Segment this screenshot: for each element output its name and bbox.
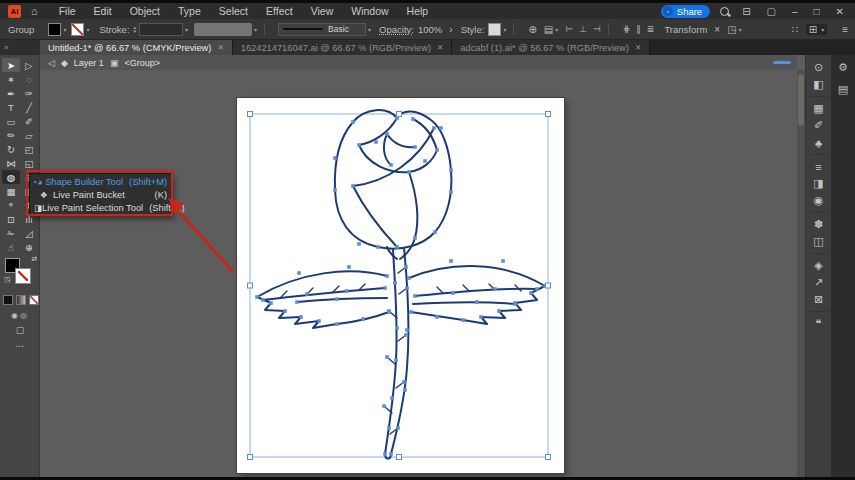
direct-selection-tool[interactable]: ▷ [20, 58, 38, 72]
eraser-tool[interactable]: ◿ [20, 226, 38, 240]
artboards-icon[interactable]: ◨ [810, 175, 828, 192]
mesh-tool[interactable]: ▦ [2, 184, 20, 198]
rectangle-tool[interactable]: ▭ [2, 114, 20, 128]
anchor-point[interactable] [351, 184, 355, 188]
anchor-point[interactable] [351, 120, 355, 124]
anchor-point[interactable] [394, 358, 398, 362]
anchor-point[interactable] [501, 259, 505, 263]
curvature-tool[interactable]: ✑ [20, 86, 38, 100]
anchor-point[interactable] [404, 333, 408, 337]
layers-icon[interactable]: ◈ [810, 257, 828, 274]
anchor-point[interactable] [413, 294, 417, 298]
anchor-point[interactable] [497, 309, 501, 313]
stroke-color-swatch[interactable] [71, 23, 84, 36]
isolate-selection-icon[interactable]: ◳ [727, 24, 736, 35]
zoom-tool[interactable]: ⊕ [20, 240, 38, 254]
default-fill-stroke-icon[interactable]: ◳ [4, 276, 11, 284]
anchor-point[interactable] [382, 404, 386, 408]
rotate-tool[interactable]: ↻ [2, 142, 20, 156]
align-icon-2[interactable]: ⊥ [579, 24, 587, 34]
home-icon[interactable]: ⌂ [31, 5, 38, 17]
isolate-dropdown-icon[interactable]: ▾ [739, 26, 742, 33]
bounding-box-icon[interactable]: × [714, 24, 720, 35]
asset-export-icon[interactable]: ⊠ [810, 291, 828, 308]
anchor-point[interactable] [389, 452, 393, 456]
symbols-icon[interactable]: ♣ [810, 134, 828, 151]
scrollbar-thumb[interactable] [798, 74, 804, 126]
stroke-weight-dropdown-icon[interactable]: ▾ [185, 26, 188, 33]
distribute-icon-1[interactable]: ⋕ [623, 24, 631, 34]
appearance-icon[interactable]: ⊙ [810, 59, 828, 76]
anchor-point[interactable] [493, 287, 497, 291]
tab-close-icon[interactable]: ✕ [437, 43, 443, 52]
graphic-styles-icon[interactable]: ◧ [810, 76, 828, 93]
anchor-point[interactable] [347, 265, 351, 269]
menu-select[interactable]: Select [210, 3, 257, 19]
anchor-point[interactable] [409, 310, 413, 314]
stroke-weight-label[interactable]: Stroke: [99, 24, 129, 35]
pathfinder-icon[interactable]: ◫ [810, 233, 828, 250]
width-tool[interactable]: ⋈ [2, 156, 20, 170]
anchor-point[interactable] [449, 168, 453, 172]
artboard-tool[interactable]: ⊡ [2, 212, 20, 226]
bounding-box-handle[interactable] [546, 455, 551, 460]
draw-modes-button[interactable]: ◉◎ [0, 311, 40, 320]
align-icon-1[interactable]: ⊢ [565, 24, 573, 34]
anchor-point[interactable] [535, 287, 539, 291]
anchor-point[interactable] [255, 295, 259, 299]
paintbrush-tool[interactable]: ✐ [20, 114, 38, 128]
transparency-icon[interactable]: ✽ [810, 216, 828, 233]
touch-workspace-icon[interactable]: ∷ [791, 24, 797, 35]
bounding-box-handle[interactable] [248, 455, 253, 460]
anchor-point[interactable] [393, 281, 397, 285]
bounding-box-handle[interactable] [546, 283, 551, 288]
anchor-point[interactable] [449, 190, 453, 194]
selection-tool[interactable]: ➤ [2, 58, 20, 72]
anchor-point[interactable] [385, 355, 389, 359]
menu-file[interactable]: File [50, 3, 85, 19]
anchor-point[interactable] [475, 300, 479, 304]
anchor-point[interactable] [513, 302, 517, 306]
type-tool[interactable]: T [2, 100, 20, 114]
anchor-point[interactable] [335, 322, 339, 326]
anchor-point[interactable] [357, 242, 361, 246]
anchor-point[interactable] [396, 426, 400, 430]
free-transform-tool[interactable]: ◱ [20, 156, 38, 170]
anchor-point[interactable] [387, 426, 391, 430]
edit-toolbar-button[interactable]: ⋯ [0, 341, 40, 351]
color-icon[interactable]: ◉ [810, 192, 828, 209]
export-icon[interactable]: ↗ [810, 274, 828, 291]
stroke-proxy[interactable] [15, 268, 31, 284]
menu-type[interactable]: Type [169, 3, 210, 19]
anchor-point[interactable] [405, 286, 409, 290]
anchor-point[interactable] [395, 326, 399, 330]
anchor-point[interactable] [413, 145, 417, 149]
anchor-point[interactable] [317, 319, 321, 323]
anchor-point[interactable] [335, 297, 339, 301]
anchor-point[interactable] [385, 274, 389, 278]
workspace-switcher-icon[interactable]: ⊟ [739, 6, 753, 17]
menu-edit[interactable]: Edit [85, 3, 121, 19]
document-tab-2[interactable]: 1624214716047.ai @ 66.67 % (RGB/Preview)… [233, 40, 453, 55]
anchor-point[interactable] [390, 396, 394, 400]
anchor-point[interactable] [433, 230, 437, 234]
anchor-point[interactable] [376, 245, 380, 249]
shaper-tool[interactable]: ▱ [20, 128, 38, 142]
panel-menu-icon[interactable]: ≡ [842, 24, 848, 35]
brush-definition-dropdown[interactable]: Basic [278, 23, 366, 36]
preferences-dropdown-icon[interactable]: ▾ [555, 26, 558, 33]
variable-width-profile-field[interactable] [194, 23, 252, 36]
hand-tool[interactable]: ☝ [2, 240, 20, 254]
anchor-point[interactable] [361, 317, 365, 321]
line-segment-tool[interactable]: ╱ [20, 100, 38, 114]
document-tab-3[interactable]: adcabf (1).ai* @ 56.67 % (RGB/Preview)✕ [452, 40, 650, 55]
toolbar-header[interactable]: » [0, 40, 40, 55]
comments-icon[interactable]: ❝ [810, 315, 828, 332]
fill-color-swatch[interactable] [48, 23, 61, 36]
share-button[interactable]: ◦ Share [661, 5, 710, 18]
anchor-point[interactable] [357, 143, 361, 147]
anchor-point[interactable] [269, 301, 273, 305]
live-paint-selection-tool-item[interactable]: ◨Live Paint Selection Tool(Shift+L) [30, 201, 171, 214]
vertical-scrollbar[interactable] [797, 70, 805, 477]
document-tab-1[interactable]: Untitled-1* @ 66.67 % (CMYK/Preview)✕ [40, 40, 233, 55]
